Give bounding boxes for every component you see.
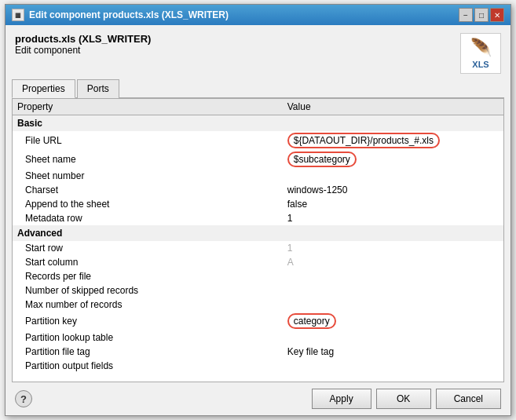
property-label: Append to the sheet [13, 197, 283, 211]
cell-value: false [287, 199, 307, 210]
property-label: Sheet number [13, 169, 283, 183]
highlighted-value: ${DATAOUT_DIR}/products_#.xls [287, 133, 440, 148]
table-row[interactable]: Metadata row 1 [13, 211, 503, 225]
table-row[interactable]: Number of skipped records [13, 283, 503, 298]
cell-value: windows-1250 [287, 184, 348, 195]
table-row[interactable]: File URL ${DATAOUT_DIR}/products_#.xls [13, 131, 503, 150]
table-row[interactable]: Max number of records [13, 298, 503, 312]
table-row[interactable]: Sheet name $subcategory [13, 150, 503, 169]
maximize-button[interactable]: □ [474, 8, 489, 22]
table-row[interactable]: Partition key category [13, 312, 503, 331]
property-value: 1 [283, 211, 503, 225]
close-button[interactable]: ✕ [490, 8, 504, 22]
property-value: ${DATAOUT_DIR}/products_#.xls [283, 131, 503, 150]
column-header-property: Property [13, 99, 283, 115]
highlighted-value: category [287, 313, 336, 329]
property-value: A [283, 255, 503, 269]
property-value [283, 169, 503, 183]
dimmed-value: 1 [287, 243, 293, 254]
window-icon: ▦ [12, 9, 24, 21]
property-value [283, 331, 503, 345]
property-value: Key file tag [283, 345, 503, 359]
table-row[interactable]: Charset windows-1250 [13, 183, 503, 197]
title-bar-controls: − □ ✕ [459, 8, 504, 22]
content-area: Property Value Basic File URL ${DATAOUT_… [5, 98, 511, 382]
property-value [283, 269, 503, 283]
property-value: category [283, 312, 503, 331]
section-header-advanced: Advanced [13, 225, 503, 241]
footer-right: Apply OK Cancel [312, 389, 501, 409]
cell-value: Key file tag [287, 346, 334, 357]
window-title: Edit component products.xls (XLS_WRITER) [29, 9, 229, 20]
property-label: Partition lookup table [13, 331, 283, 345]
header-title: products.xls (XLS_WRITER) [15, 33, 151, 45]
footer-left: ? [15, 390, 32, 407]
property-value: windows-1250 [283, 183, 503, 197]
property-label: Records per file [13, 269, 283, 283]
property-label: Sheet name [13, 150, 283, 169]
property-label: Partition output fields [13, 359, 283, 373]
property-label: Start row [13, 241, 283, 255]
apply-button[interactable]: Apply [312, 389, 371, 409]
section-label: Basic [13, 115, 503, 132]
logo-xls-text: XLS [472, 60, 489, 69]
tabs-area: Properties Ports [5, 79, 511, 98]
ok-button[interactable]: OK [376, 389, 431, 409]
column-header-value: Value [283, 99, 503, 115]
property-value [283, 283, 503, 298]
header-subtitle: Edit component [15, 45, 151, 56]
cell-value: 1 [287, 213, 293, 224]
minimize-button[interactable]: − [459, 8, 473, 22]
property-value: 1 [283, 241, 503, 255]
highlighted-value: $subcategory [287, 152, 357, 167]
table-row[interactable]: Partition file tag Key file tag [13, 345, 503, 359]
property-label: Max number of records [13, 298, 283, 312]
tab-properties[interactable]: Properties [12, 79, 75, 98]
property-label: Partition key [13, 312, 283, 331]
title-bar: ▦ Edit component products.xls (XLS_WRITE… [5, 5, 511, 25]
property-label: Partition file tag [13, 345, 283, 359]
section-header-basic: Basic [13, 115, 503, 132]
table-header-row: Property Value [13, 99, 503, 115]
property-label: Start column [13, 255, 283, 269]
property-value [283, 298, 503, 312]
table-row[interactable]: Start column A [13, 255, 503, 269]
property-value [283, 359, 503, 373]
table-row[interactable]: Partition lookup table [13, 331, 503, 345]
table-row[interactable]: Append to the sheet false [13, 197, 503, 211]
tab-ports[interactable]: Ports [77, 79, 119, 98]
property-value: $subcategory [283, 150, 503, 169]
dimmed-value: A [287, 257, 294, 268]
header-logo: 🪶 XLS [460, 33, 501, 74]
properties-table-container: Property Value Basic File URL ${DATAOUT_… [12, 98, 504, 382]
property-label: Charset [13, 183, 283, 197]
logo-feather-icon: 🪶 [470, 38, 492, 58]
table-row[interactable]: Sheet number [13, 169, 503, 183]
property-value: false [283, 197, 503, 211]
property-label: Number of skipped records [13, 283, 283, 298]
properties-table: Property Value Basic File URL ${DATAOUT_… [13, 99, 503, 373]
table-row[interactable]: Partition output fields [13, 359, 503, 373]
footer: ? Apply OK Cancel [5, 382, 511, 415]
table-row[interactable]: Records per file [13, 269, 503, 283]
title-bar-text-group: ▦ Edit component products.xls (XLS_WRITE… [12, 9, 229, 21]
tab-bar: Properties Ports [12, 79, 504, 98]
section-label: Advanced [13, 225, 503, 241]
cancel-button[interactable]: Cancel [436, 389, 501, 409]
table-row[interactable]: Start row 1 [13, 241, 503, 255]
header-text: products.xls (XLS_WRITER) Edit component [15, 33, 151, 56]
help-button[interactable]: ? [15, 390, 32, 407]
property-label: File URL [13, 131, 283, 150]
main-window: ▦ Edit component products.xls (XLS_WRITE… [5, 4, 511, 416]
header-area: products.xls (XLS_WRITER) Edit component… [5, 25, 511, 79]
property-label: Metadata row [13, 211, 283, 225]
